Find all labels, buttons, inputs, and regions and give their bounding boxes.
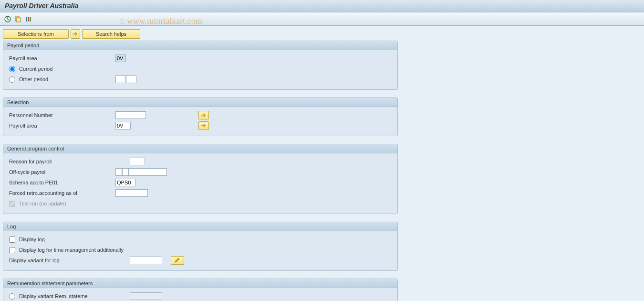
edit-variant-button[interactable] [171, 256, 184, 265]
selection-payroll-area-label: Payroll area [8, 123, 115, 129]
group-payroll-period: Payroll period Payroll area Current peri… [3, 41, 398, 90]
display-variant-rem-radio[interactable] [9, 293, 15, 300]
content-scroll-area[interactable]: Selections from Search helps Payroll per… [0, 26, 644, 301]
svg-rect-5 [30, 17, 31, 22]
svg-rect-4 [28, 17, 29, 22]
testrun-row: Test run (no update) [8, 201, 115, 207]
svg-rect-3 [26, 17, 27, 22]
display-log-time-row[interactable]: Display log for time management addition… [8, 247, 199, 253]
search-helps-button[interactable]: Search helps [82, 29, 140, 39]
display-variant-rem-field [130, 292, 162, 300]
execute-icon[interactable] [4, 15, 11, 23]
group-title-payroll-period: Payroll period [3, 41, 397, 50]
group-title-log: Log [3, 222, 397, 231]
content: Selections from Search helps Payroll per… [0, 26, 401, 301]
group-title-general: General program control [3, 144, 397, 153]
personnel-number-label: Personnel Number [8, 112, 115, 118]
display-variant-rem-label: Display variant Rem. stateme [19, 293, 88, 299]
display-log-time-checkbox[interactable] [9, 247, 15, 253]
display-log-checkbox[interactable] [9, 236, 15, 243]
schema-field[interactable] [115, 179, 135, 186]
color-bars-icon[interactable] [25, 15, 32, 23]
payroll-area-label: Payroll area [8, 55, 115, 61]
current-period-radio[interactable] [9, 66, 15, 72]
display-variant-label: Display variant for log [8, 258, 130, 263]
search-helps-arrow-button[interactable] [71, 29, 80, 39]
selection-payroll-area-multi-button[interactable] [198, 121, 209, 130]
svg-rect-2 [17, 18, 21, 22]
forced-field[interactable] [115, 189, 148, 197]
other-period-field-2[interactable] [126, 75, 136, 83]
other-period-radio-row[interactable]: Other period [8, 76, 115, 83]
group-remuneration: Remuneration statement parameters Displa… [3, 279, 398, 301]
personnel-number-multi-button[interactable] [198, 111, 209, 119]
title-bar: Payroll Driver Australia [0, 0, 644, 12]
group-general: General program control Reason for payro… [3, 144, 398, 214]
selections-from-label: Selections from [18, 31, 54, 37]
selection-payroll-area-field[interactable] [115, 122, 131, 129]
group-title-selection: Selection [3, 98, 397, 107]
variant-icon[interactable] [14, 15, 22, 23]
other-period-radio[interactable] [9, 76, 15, 83]
group-log: Log Display log Display log for time man… [3, 222, 398, 271]
button-bar: Selections from Search helps [3, 29, 398, 39]
schema-label: Schema acc.to PE01 [8, 180, 115, 185]
other-period-field-1[interactable] [115, 75, 126, 83]
offcycle-field-1[interactable] [115, 168, 122, 176]
payroll-area-field[interactable] [115, 54, 126, 62]
reason-label: Reason for payroll [8, 159, 130, 164]
search-helps-label: Search helps [96, 31, 126, 37]
offcycle-field-2[interactable] [129, 168, 167, 176]
app-toolbar [0, 12, 644, 26]
group-title-remuneration: Remuneration statement parameters [3, 279, 397, 288]
selections-from-button[interactable]: Selections from [3, 29, 69, 39]
current-period-radio-row[interactable]: Current period [8, 66, 115, 72]
personnel-number-field[interactable] [115, 111, 146, 119]
display-log-label: Display log [19, 236, 45, 242]
display-log-time-label: Display log for time management addition… [19, 247, 124, 253]
display-variant-field[interactable] [130, 257, 162, 264]
reason-field[interactable] [130, 158, 145, 165]
display-variant-rem-row[interactable]: Display variant Rem. stateme [8, 293, 130, 300]
current-period-label: Current period [19, 66, 52, 72]
offcycle-field-1b[interactable] [122, 168, 129, 176]
testrun-label: Test run (no update) [19, 201, 66, 206]
group-selection: Selection Personnel Number Payroll area [3, 97, 398, 136]
other-period-label: Other period [19, 76, 48, 82]
display-log-row[interactable]: Display log [8, 236, 115, 243]
page-title: Payroll Driver Australia [5, 2, 78, 10]
offcycle-label: Off-cycle payroll [8, 169, 115, 175]
testrun-checkbox [9, 201, 15, 207]
forced-label: Forced retro.accounting as of [8, 190, 115, 196]
